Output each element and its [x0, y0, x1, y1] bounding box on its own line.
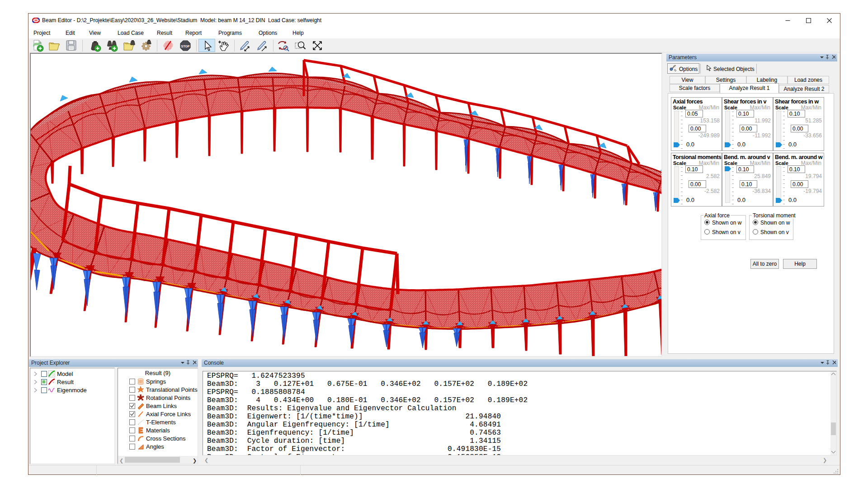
svg-text:STOP: STOP	[181, 45, 190, 48]
